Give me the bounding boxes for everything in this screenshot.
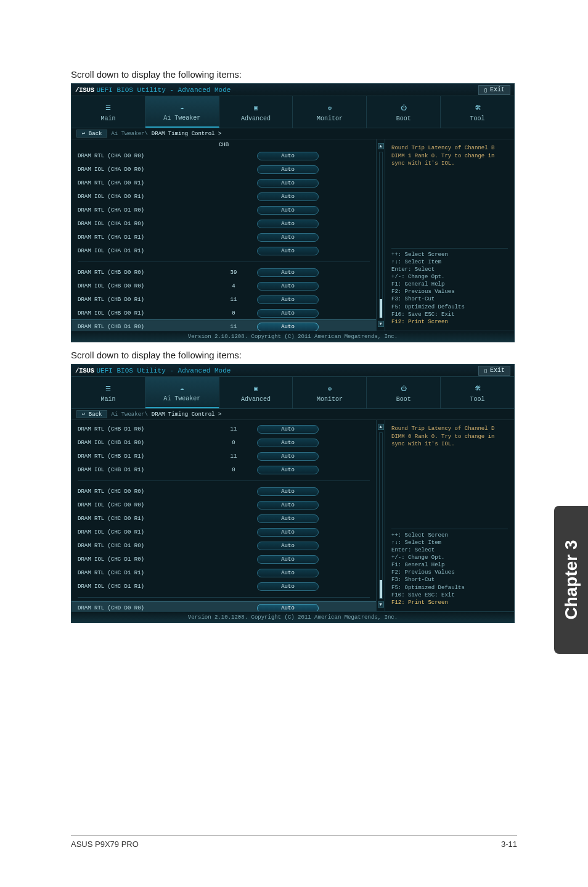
setting-row[interactable]: DRAM IOL (CHC D0 R0)·Auto [71, 498, 376, 512]
scroll-up-button[interactable]: ▲ [378, 424, 384, 430]
setting-option-pill[interactable]: Auto [257, 487, 319, 496]
back-button[interactable]: ↩ Back [76, 130, 107, 138]
back-button[interactable]: ↩ Back [76, 410, 107, 418]
setting-row[interactable]: DRAM IOL (CHB D0 R0)4Auto [71, 279, 376, 293]
cloud-icon: ☁ [180, 382, 184, 394]
key-help: ++: Select Screen ↑↓: Select Item Enter:… [391, 529, 508, 606]
setting-option-pill[interactable]: Auto [257, 582, 319, 591]
scroll-down-button[interactable]: ▼ [378, 601, 384, 608]
scroll-up-button[interactable]: ▲ [378, 143, 384, 149]
setting-row[interactable]: DRAM RTL (CHA D0 R1)·Auto [71, 176, 376, 190]
tab-boot[interactable]: ⏻Boot [367, 377, 441, 408]
tab-monitor[interactable]: ❂Monitor [293, 377, 367, 408]
scroll-thumb[interactable] [380, 299, 382, 318]
setting-row[interactable]: DRAM IOL (CHA D0 R0)·Auto [71, 163, 376, 176]
setting-current-value: 39 [215, 270, 252, 276]
setting-row[interactable]: DRAM RTL (CHB D1 R0)11Auto [71, 423, 376, 436]
tab-advanced[interactable]: ▣Advanced [219, 377, 293, 408]
scroll-track[interactable] [379, 152, 383, 318]
bios-panel-1: /ISUS UEFI BIOS Utility - Advanced Mode … [71, 83, 515, 342]
setting-option-pill[interactable]: Auto [257, 501, 319, 510]
setting-option-pill[interactable]: Auto [257, 466, 319, 474]
setting-row[interactable]: DRAM IOL (CHA D1 R1)·Auto [71, 244, 376, 258]
setting-option-pill[interactable]: Auto [257, 323, 319, 331]
setting-row[interactable]: DRAM RTL (CHA D1 R0)·Auto [71, 204, 376, 217]
setting-option-pill[interactable]: Auto [257, 452, 319, 461]
setting-row[interactable]: DRAM RTL (CHC D0 R0)·Auto [71, 485, 376, 498]
setting-option-pill[interactable]: Auto [257, 192, 319, 201]
setting-label: DRAM RTL (CHB D1 R0) [78, 324, 210, 330]
setting-row[interactable]: DRAM IOL (CHB D1 R1)0Auto [71, 463, 376, 477]
setting-option-pill[interactable]: Auto [257, 425, 319, 434]
setting-row[interactable]: DRAM RTL (CHC D1 R0)·Auto [71, 539, 376, 553]
setting-current-value: 11 [215, 324, 252, 330]
exit-button[interactable]: ▯ Exit [478, 366, 510, 376]
setting-row[interactable]: DRAM IOL (CHA D0 R1)·Auto [71, 190, 376, 204]
setting-option-pill[interactable]: Auto [257, 179, 319, 188]
tab-advanced[interactable]: ▣Advanced [219, 96, 293, 128]
tab-main[interactable]: ☰Main [71, 96, 145, 128]
setting-row[interactable]: DRAM IOL (CHC D1 R1)·Auto [71, 580, 376, 593]
footer-page-number: 3-11 [501, 840, 517, 849]
setting-row[interactable]: DRAM RTL (CHB D0 R1)11Auto [71, 293, 376, 307]
setting-option-pill[interactable]: Auto [257, 439, 319, 447]
setting-option-pill[interactable]: Auto [257, 247, 319, 255]
setting-row[interactable]: DRAM IOL (CHB D1 R0)0Auto [71, 436, 376, 450]
setting-current-value: 0 [215, 440, 252, 446]
setting-row[interactable]: DRAM RTL (CHC D0 R1)·Auto [71, 512, 376, 526]
setting-row[interactable]: DRAM IOL (CHA D1 R0)·Auto [71, 217, 376, 231]
group-header-chb: CHB [71, 142, 376, 148]
tab-monitor[interactable]: ❂Monitor [293, 96, 367, 128]
setting-option-pill[interactable]: Auto [257, 309, 319, 318]
tab-boot[interactable]: ⏻Boot [367, 96, 441, 128]
setting-label: DRAM RTL (CHA D1 R0) [78, 207, 210, 213]
setting-row[interactable]: DRAM RTL (CHC D1 R1)·Auto [71, 566, 376, 580]
setting-row[interactable]: DRAM RTL (CHA D1 R1)·Auto [71, 231, 376, 244]
setting-label: DRAM RTL (CHC D1 R1) [78, 570, 210, 576]
scrollbar[interactable]: ▲ ▼ [376, 420, 385, 611]
setting-option-pill[interactable]: Auto [257, 528, 319, 537]
back-arrow-icon: ↩ [82, 411, 85, 418]
exit-icon: ▯ [484, 86, 488, 94]
setting-label: DRAM RTL (CHB D1 R0) [78, 426, 210, 432]
setting-current-value: 11 [215, 426, 252, 432]
scrollbar[interactable]: ▲ ▼ [376, 139, 385, 331]
tab-ai-tweaker[interactable]: ☁Ai Tweaker [145, 377, 219, 408]
setting-label: DRAM RTL (CHA D1 R1) [78, 234, 210, 241]
setting-label: DRAM RTL (CHC D1 R0) [78, 543, 210, 549]
setting-row[interactable]: DRAM RTL (CHA D0 R0)·Auto [71, 149, 376, 163]
tab-main[interactable]: ☰Main [71, 377, 145, 408]
scroll-down-button[interactable]: ▼ [378, 321, 384, 327]
setting-row[interactable]: DRAM IOL (CHC D0 R1)·Auto [71, 526, 376, 539]
setting-label: DRAM IOL (CHB D1 R1) [78, 467, 210, 473]
setting-option-pill[interactable]: Auto [257, 555, 319, 564]
setting-label: DRAM RTL (CHD D0 R0) [78, 605, 210, 611]
setting-option-pill[interactable]: Auto [257, 569, 319, 577]
setting-option-pill[interactable]: Auto [257, 165, 319, 174]
tab-tool[interactable]: 🛠Tool [441, 377, 514, 408]
setting-row[interactable]: DRAM RTL (CHB D0 R0)39Auto [71, 266, 376, 279]
setting-row[interactable]: DRAM RTL (CHB D1 R0)11Auto [71, 320, 376, 331]
setting-option-pill[interactable]: Auto [257, 295, 319, 304]
exit-icon: ▯ [484, 367, 488, 374]
tab-ai-tweaker[interactable]: ☁Ai Tweaker [145, 96, 219, 128]
setting-row[interactable]: DRAM RTL (CHD D0 R0)·Auto [71, 601, 376, 611]
setting-row[interactable]: DRAM RTL (CHB D1 R1)11Auto [71, 450, 376, 463]
setting-option-pill[interactable]: Auto [257, 268, 319, 277]
exit-button[interactable]: ▯ Exit [478, 85, 510, 95]
setting-row[interactable]: DRAM IOL (CHB D0 R1)0Auto [71, 307, 376, 320]
tab-tool[interactable]: 🛠Tool [441, 96, 514, 128]
setting-option-pill[interactable]: Auto [257, 233, 319, 242]
scroll-thumb[interactable] [380, 580, 382, 598]
setting-option-pill[interactable]: Auto [257, 514, 319, 523]
setting-row[interactable]: DRAM IOL (CHC D1 R0)·Auto [71, 553, 376, 566]
scroll-track[interactable] [379, 432, 383, 599]
setting-option-pill[interactable]: Auto [257, 282, 319, 291]
setting-option-pill[interactable]: Auto [257, 206, 319, 215]
setting-label: DRAM IOL (CHA D1 R0) [78, 221, 210, 227]
setting-option-pill[interactable]: Auto [257, 542, 319, 550]
setting-option-pill[interactable]: Auto [257, 220, 319, 228]
caption-1: Scroll down to display the following ite… [71, 69, 517, 80]
setting-option-pill[interactable]: Auto [257, 152, 319, 160]
setting-option-pill[interactable]: Auto [257, 604, 319, 611]
